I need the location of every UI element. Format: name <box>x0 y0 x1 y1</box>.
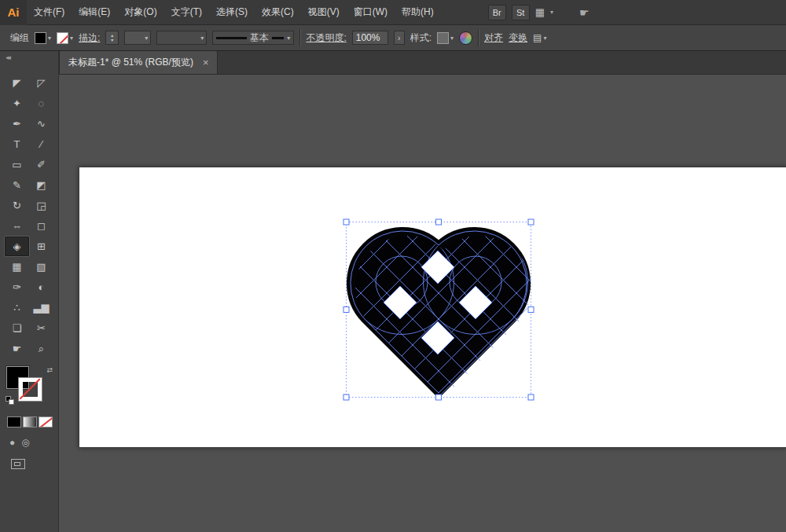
menu-item[interactable]: 视图(V) <box>301 0 347 25</box>
transform-panel-link[interactable]: 变换 <box>509 31 527 45</box>
brush-stroke-preview <box>216 37 247 39</box>
draw-inside-button[interactable]: ◎ <box>21 437 29 448</box>
app-logo: Ai <box>0 0 27 25</box>
mesh-tool[interactable]: ▦ <box>5 257 29 277</box>
chevron-down-icon: ▾ <box>287 35 290 42</box>
stock-button[interactable]: St <box>512 5 530 20</box>
stepper-down-icon[interactable]: ▾ <box>111 38 113 42</box>
menu-item[interactable]: 文字(T) <box>164 0 209 25</box>
menu-item[interactable]: 文件(F) <box>27 0 72 25</box>
paint-mode-row <box>7 416 58 427</box>
brush-definition-dropdown[interactable]: 基本 ▾ <box>212 31 294 45</box>
fill-swatch[interactable] <box>35 32 46 44</box>
style-dropdown[interactable]: ▾ <box>437 32 454 44</box>
stroke-weight-dropdown[interactable]: ▾ <box>124 31 151 45</box>
artboard-tool[interactable]: ❏ <box>5 318 29 338</box>
tools-panel: ◂◂ ◤◸✦◌✒∿T∕▭✐✎◩↻◲⇔◻◈⊞▦▧✑◐∴▃▆❏✂☛⌕ ⇄ ● ◎ <box>0 51 59 532</box>
none-mode-button[interactable] <box>39 416 53 427</box>
chevron-down-icon[interactable]: ▾ <box>550 9 553 16</box>
style-swatch[interactable] <box>437 32 449 44</box>
workspace-hand-icon[interactable]: ☛ <box>579 6 590 19</box>
type-tool[interactable]: T <box>5 134 29 154</box>
chevron-down-icon: ▾ <box>70 35 73 42</box>
lasso-tool[interactable]: ◌ <box>29 94 53 113</box>
document-tab-title: 未标题-1* @ 51% (RGB/预览) <box>68 56 193 69</box>
default-colors-icon[interactable] <box>6 396 15 405</box>
chevron-down-icon: ▾ <box>450 35 454 42</box>
paintbrush-tool[interactable]: ✐ <box>29 155 53 174</box>
perspective-grid-tool[interactable]: ⊞ <box>29 237 53 256</box>
zoom-tool[interactable]: ⌕ <box>29 339 53 358</box>
selection-handle[interactable] <box>343 307 349 313</box>
selected-artwork[interactable] <box>343 215 534 404</box>
selection-handle[interactable] <box>528 219 534 225</box>
menubar-right-group: Br St ▦ ▾ ☛ <box>488 5 590 20</box>
eraser-tool[interactable]: ◩ <box>29 175 53 195</box>
slice-tool[interactable]: ✂ <box>29 318 53 338</box>
width-tool[interactable]: ⇔ <box>5 216 29 236</box>
opacity-presets-arrow[interactable]: › <box>394 31 405 45</box>
default-stroke-chip <box>9 399 14 405</box>
pencil-tool[interactable]: ✎ <box>5 175 29 195</box>
fill-color-control[interactable]: ▾ <box>35 32 51 44</box>
opacity-input[interactable] <box>352 31 388 45</box>
arrange-documents-icon[interactable]: ▦ <box>535 6 545 18</box>
stroke-color-indicator[interactable] <box>19 378 42 401</box>
line-segment-tool[interactable]: ∕ <box>29 134 53 154</box>
hand-tool[interactable]: ☛ <box>5 339 29 358</box>
menu-item[interactable]: 帮助(H) <box>395 0 441 25</box>
close-icon[interactable]: × <box>203 57 209 68</box>
opacity-panel-link[interactable]: 不透明度: <box>306 31 346 45</box>
column-graph-tool[interactable]: ▃▆ <box>29 298 53 317</box>
style-label: 样式: <box>410 31 432 45</box>
selection-tool[interactable]: ◤ <box>5 73 29 93</box>
tools-grid: ◤◸✦◌✒∿T∕▭✐✎◩↻◲⇔◻◈⊞▦▧✑◐∴▃▆❏✂☛⌕ <box>0 64 58 358</box>
document-tab[interactable]: 未标题-1* @ 51% (RGB/预览) × <box>59 51 218 74</box>
stroke-weight-stepper[interactable]: ▴ ▾ <box>105 31 119 45</box>
menu-item[interactable]: 选择(S) <box>209 0 255 25</box>
change-screen-mode-button[interactable] <box>11 459 25 469</box>
menu-item[interactable]: 对象(O) <box>117 0 163 25</box>
menu-item[interactable]: 效果(C) <box>255 0 301 25</box>
control-panel-menu[interactable]: ▤ ▾ <box>533 32 546 43</box>
bridge-button[interactable]: Br <box>488 5 506 20</box>
direct-selection-tool[interactable]: ◸ <box>29 73 53 93</box>
free-transform-tool[interactable]: ◻ <box>29 216 53 236</box>
eyedropper-tool[interactable]: ✑ <box>5 277 29 297</box>
stroke-panel-link[interactable]: 描边: <box>79 31 100 45</box>
divider <box>478 29 479 46</box>
collapse-panel-icon[interactable]: ◂◂ <box>0 51 58 64</box>
selection-handle[interactable] <box>436 394 442 400</box>
gradient-tool[interactable]: ▧ <box>29 257 53 277</box>
selection-handle[interactable] <box>343 219 349 225</box>
stroke-none-swatch[interactable] <box>57 32 68 44</box>
symbol-sprayer-tool[interactable]: ∴ <box>5 298 29 317</box>
menu-item[interactable]: 编辑(E) <box>72 0 117 25</box>
selection-handle[interactable] <box>528 307 534 313</box>
draw-normal-button[interactable]: ● <box>9 437 15 448</box>
stroke-color-control[interactable]: ▾ <box>57 32 73 44</box>
magic-wand-tool[interactable]: ✦ <box>5 94 29 113</box>
menubar: Ai 文件(F)编辑(E)对象(O)文字(T)选择(S)效果(C)视图(V)窗口… <box>0 0 786 25</box>
scale-tool[interactable]: ◲ <box>29 196 53 215</box>
selection-handle[interactable] <box>343 394 349 400</box>
recolor-artwork-icon[interactable] <box>459 31 472 45</box>
canvas[interactable] <box>59 75 786 532</box>
pen-tool[interactable]: ✒ <box>5 114 29 134</box>
color-mode-button[interactable] <box>7 416 21 427</box>
rotate-tool[interactable]: ↻ <box>5 196 29 215</box>
panel-menu-icon: ▤ <box>533 32 542 43</box>
draw-mode-row: ● ◎ <box>9 437 58 448</box>
variable-width-profile-dropdown[interactable]: ▾ <box>156 31 207 45</box>
gradient-mode-button[interactable] <box>23 416 37 427</box>
align-panel-link[interactable]: 对齐 <box>484 31 503 45</box>
curvature-tool[interactable]: ∿ <box>29 114 53 134</box>
selection-handle[interactable] <box>436 219 442 225</box>
menu-item[interactable]: 窗口(W) <box>347 0 395 25</box>
chevron-down-icon: ▾ <box>543 35 546 42</box>
swap-colors-icon[interactable]: ⇄ <box>46 366 53 374</box>
selection-handle[interactable] <box>528 394 534 400</box>
blend-tool[interactable]: ◐ <box>29 277 53 297</box>
shape-builder-tool[interactable]: ◈ <box>5 237 29 256</box>
rectangle-tool[interactable]: ▭ <box>5 155 29 174</box>
